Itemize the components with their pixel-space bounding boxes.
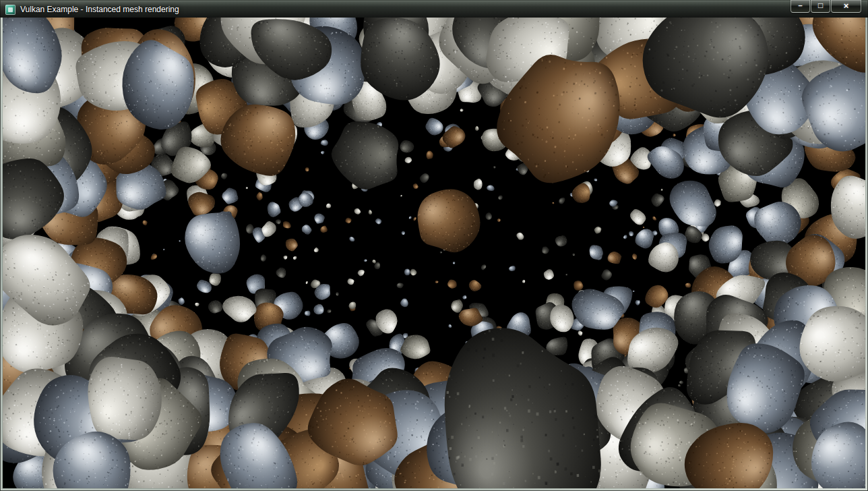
render-viewport[interactable] (3, 18, 865, 488)
close-icon: × (844, 1, 849, 10)
app-icon-inner (8, 7, 13, 12)
maximize-icon: □ (818, 1, 823, 9)
window-title: Vulkan Example - Instanced mesh renderin… (20, 2, 179, 17)
maximize-button[interactable]: □ (811, 0, 830, 13)
close-button[interactable]: × (831, 0, 861, 13)
caption-buttons: – □ × (790, 0, 861, 13)
minimize-icon: – (798, 2, 802, 9)
app-window: Vulkan Example - Instanced mesh renderin… (0, 0, 868, 491)
app-icon[interactable] (5, 5, 16, 15)
minimize-button[interactable]: – (790, 0, 810, 13)
title-bar[interactable]: Vulkan Example - Instanced mesh renderin… (0, 0, 868, 18)
client-area (3, 18, 865, 488)
